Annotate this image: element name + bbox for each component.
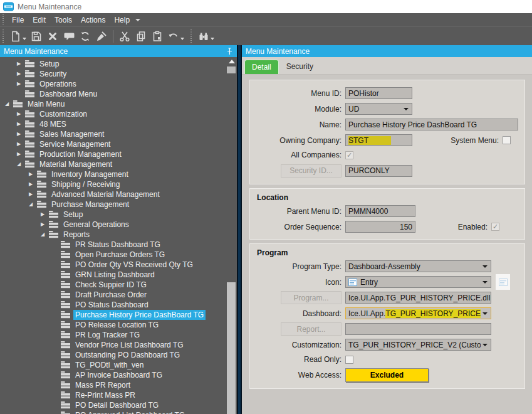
comment-button[interactable] [61,29,77,44]
tree-item[interactable]: Mass PR Report [0,380,226,390]
enabled-checkbox[interactable]: ✓ [491,223,499,231]
tree-item[interactable]: Dashboard Menu [0,89,226,99]
expand-icon[interactable]: ▶ [17,79,25,89]
expand-icon[interactable]: ▶ [17,59,25,69]
tree-item[interactable]: ▶General Operations [0,220,226,230]
tree-item[interactable]: ◢Main Menu [0,99,226,109]
expand-icon[interactable]: ▶ [41,210,49,220]
menu-file[interactable]: File [8,14,28,26]
tree-item[interactable]: Vendor Price List Dashboard TG [0,340,226,350]
tree-item[interactable]: AP Invoice Dashboard TG [0,370,226,380]
clear-button[interactable] [93,29,110,44]
read-only-checkbox[interactable] [345,356,353,364]
tree-item[interactable]: ◢Purchase Management [0,199,226,210]
tree-item[interactable]: TG_PODtl_with_ven [0,360,226,370]
save-button[interactable] [28,29,44,44]
undo-button[interactable] [165,29,182,44]
delete-button[interactable] [44,29,61,44]
program-button[interactable]: Program... [281,291,342,304]
copy-button[interactable] [133,29,149,44]
tree-item[interactable]: Outstanding PO Dashboard TG [0,350,226,360]
menu-tools[interactable]: Tools [50,14,76,26]
tab-security[interactable]: Security [279,60,321,74]
tree-item[interactable]: ▶Customization [0,109,226,119]
new-button[interactable] [8,29,24,44]
tree-item[interactable]: ▶Production Management [0,149,226,159]
tree-item[interactable]: PO Status Dashboard [0,300,226,310]
expand-icon[interactable]: ▶ [17,129,25,139]
undo-dropdown-chevron-icon[interactable] [180,38,184,40]
panel-splitter[interactable] [237,45,242,414]
name-input[interactable]: Purchase History Price DashBoard TG [345,119,518,130]
scroll-up-arrow-icon[interactable] [226,57,237,66]
scrollbar-thumb[interactable] [227,66,236,73]
collapse-icon[interactable]: ◢ [5,99,13,109]
tree-item[interactable]: ▶48 MES [0,119,226,129]
paste-button[interactable] [149,29,165,44]
tree-item[interactable]: PO Release Location TG [0,320,226,330]
report-button[interactable]: Report... [281,322,342,336]
tree-item[interactable]: Re-Print Mass PR [0,390,226,400]
collapse-icon[interactable]: ◢ [41,230,49,240]
tree-item[interactable]: Draft Purchase Order [0,290,226,300]
security-id-button[interactable]: Security ID... [281,164,342,178]
expand-icon[interactable]: ▶ [17,69,25,79]
program-type-select[interactable]: Dashboard-Assembly [345,260,491,272]
customization-select[interactable]: TG_PUR_HISTORY_PRICE_V2 (Customi: [345,339,491,351]
program-input[interactable]: Ice.UI.App.TG_PUR_HISTORY_PRICE.dll [345,292,491,304]
tree-item[interactable]: ◢Material Management [0,159,226,169]
menubar-overflow-chevron-icon[interactable] [135,19,140,21]
toolbar-group-grip-handle[interactable] [190,29,193,43]
menubar-grip-handle[interactable] [2,14,5,25]
tree-item[interactable]: ▶Sales Management [0,129,226,139]
order-sequence-input[interactable]: 150 [345,221,415,233]
web-access-excluded-button[interactable]: Excluded [345,368,429,382]
find-button[interactable] [196,29,212,44]
tree-scrollbar[interactable] [226,57,237,414]
expand-icon[interactable]: ▶ [29,189,37,199]
dashboard-combo[interactable]: Ice.UI.App.TG_PUR_HISTORY_PRICE.dll [345,307,491,319]
toolbar-grip-handle[interactable] [2,29,5,43]
menu-help[interactable]: Help [110,14,134,26]
tree-item[interactable]: PO Approved List Dashboard TG [0,410,226,414]
security-id-input[interactable]: PURCONLY [345,165,412,177]
tree-item[interactable]: Open Purchase Orders TG [0,250,226,260]
tree-item[interactable]: PO Order Qty VS Received Qty TG [0,260,226,270]
cut-button[interactable] [117,29,133,44]
new-dropdown-chevron-icon[interactable] [23,38,26,40]
tree-item[interactable]: ▶Operations [0,79,226,89]
tree-item[interactable]: PR Status Dashboard TG [0,240,226,250]
system-menu-checkbox[interactable] [503,136,511,144]
tree-item[interactable]: ▶Service Management [0,139,226,149]
tree-item[interactable]: ▶Setup [0,59,226,69]
expand-icon[interactable]: ▶ [41,220,49,230]
module-select[interactable]: UD [345,103,412,115]
owning-company-input[interactable]: STGT [345,134,412,146]
refresh-button[interactable] [77,29,93,44]
menu-id-input[interactable]: POHistor [345,87,412,99]
tab-detail[interactable]: Detail [244,60,279,74]
tree-item[interactable]: ▶Shipping / Receiving [0,179,226,189]
tree-item[interactable]: ▶Inventory Management [0,169,226,179]
expand-icon[interactable]: ▶ [17,119,25,129]
menu-edit[interactable]: Edit [28,14,50,26]
tree-item[interactable]: GRN Listing Dashboard [0,270,226,280]
find-dropdown-chevron-icon[interactable] [211,38,214,40]
pin-icon[interactable] [226,48,233,55]
parent-menu-id-input[interactable]: PMMN4000 [345,205,415,217]
expand-icon[interactable]: ▶ [17,149,25,159]
scrollbar-track-bottom[interactable] [227,282,236,414]
expand-icon[interactable]: ▶ [29,169,37,179]
expand-icon[interactable]: ▶ [29,179,37,189]
tree-item[interactable]: ▶Advanced Material Management [0,189,226,199]
expand-icon[interactable]: ▶ [17,109,25,119]
report-input[interactable] [345,323,491,335]
icon-select[interactable]: Entry [345,276,491,288]
tree-item[interactable]: PR Log Tracker TG [0,330,226,340]
tree-item[interactable]: Check Suppier ID TG [0,280,226,290]
expand-icon[interactable]: ▶ [17,139,25,149]
tree-item[interactable]: ▶Setup [0,210,226,220]
menu-actions[interactable]: Actions [76,14,110,26]
tree-item[interactable]: Purchase History Price DashBoard TG [0,310,226,320]
tree-item[interactable]: ▶Security [0,69,226,79]
